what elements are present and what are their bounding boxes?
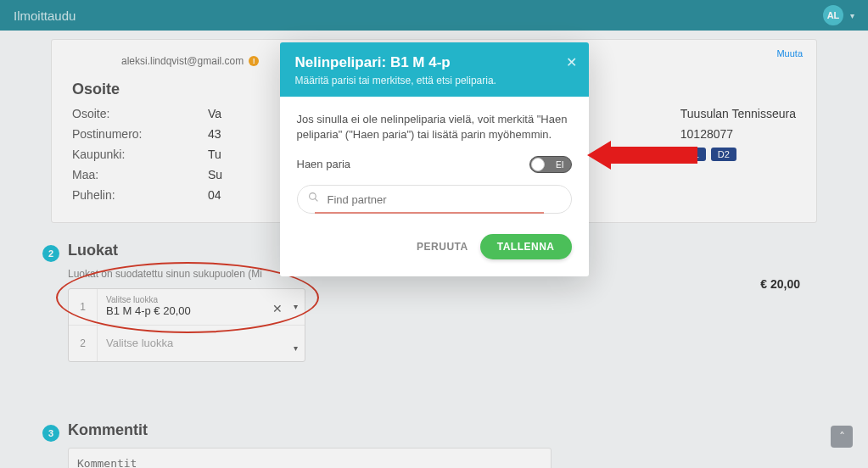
modal-subtitle: Määritä parisi tai merkitse, että etsi p… (295, 75, 574, 86)
cancel-button[interactable]: PERUUTA (417, 241, 468, 253)
modal-backdrop: Nelinpelipari: B1 M 4-p Määritä parisi t… (0, 0, 868, 468)
modal-header: Nelinpelipari: B1 M 4-p Määritä parisi t… (280, 42, 589, 97)
toggle-knob (531, 158, 545, 171)
modal-title: Nelinpelipari: B1 M 4-p (295, 54, 574, 71)
partner-search-input[interactable] (328, 193, 561, 206)
modal-body-text: Jos sinulla ei ole nelinpeliparia vielä,… (297, 112, 572, 142)
search-icon (308, 192, 319, 207)
close-icon[interactable]: ✕ (566, 54, 577, 70)
looking-for-partner-row: Haen paria EI (297, 156, 572, 173)
partner-search[interactable] (297, 185, 572, 214)
annotation-arrow (587, 141, 697, 170)
partner-modal: Nelinpelipari: B1 M 4-p Määritä parisi t… (280, 42, 589, 276)
search-underline (315, 212, 544, 214)
toggle-state-label: EI (556, 159, 563, 171)
save-button[interactable]: TALLENNA (480, 234, 572, 259)
looking-for-partner-label: Haen paria (297, 157, 351, 172)
modal-actions: PERUUTA TALLENNA (280, 222, 589, 276)
svg-line-1 (315, 198, 317, 201)
looking-for-partner-toggle[interactable]: EI (529, 156, 572, 173)
modal-body: Jos sinulla ei ole nelinpeliparia vielä,… (280, 97, 589, 222)
svg-point-0 (309, 193, 316, 200)
